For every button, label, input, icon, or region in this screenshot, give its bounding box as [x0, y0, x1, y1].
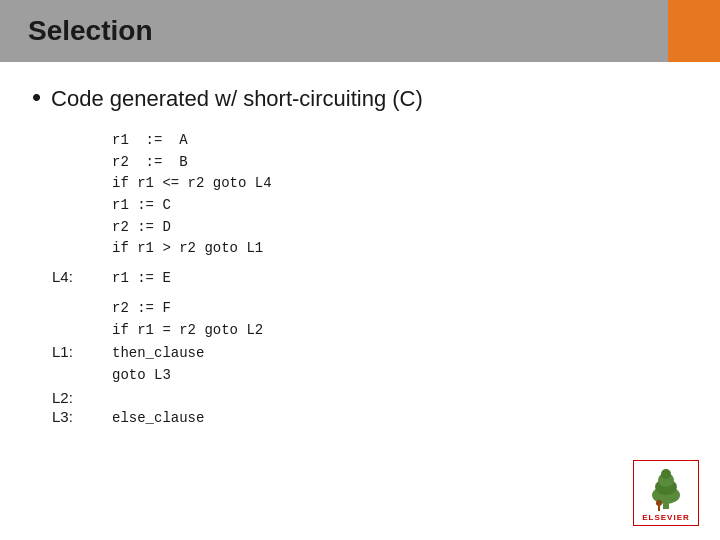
code-1: r1 := Ar2 := Bif r1 <= r2 goto L4r1 := C… — [112, 130, 272, 260]
bullet-dot: • — [32, 84, 41, 110]
code-3: r2 := Fif r1 = r2 goto L2 — [112, 298, 263, 341]
label-L1: L1: — [52, 343, 112, 360]
code-block-6: L3: else_clause — [52, 408, 688, 430]
label-L4: L4: — [52, 268, 112, 285]
code-2: r1 := E — [112, 268, 171, 290]
page-title: Selection — [28, 15, 152, 47]
code-block-2: L4: r1 := E — [52, 268, 688, 290]
code-4: then_clausegoto L3 — [112, 343, 204, 386]
code-6: else_clause — [112, 408, 204, 430]
label-L3: L3: — [52, 408, 112, 425]
code-block-1: r1 := Ar2 := Bif r1 <= r2 goto L4r1 := C… — [52, 130, 688, 260]
elsevier-border: ELSEVIER — [633, 460, 699, 526]
elsevier-tree-icon — [639, 465, 693, 511]
code-block-5: L2: — [52, 389, 688, 406]
code-block-4: L1: then_clausegoto L3 — [52, 343, 688, 386]
label-L2: L2: — [52, 389, 112, 406]
code-section: r1 := Ar2 := Bif r1 <= r2 goto L4r1 := C… — [32, 130, 688, 431]
code-block-3: r2 := Fif r1 = r2 goto L2 — [52, 298, 688, 341]
elsevier-text: ELSEVIER — [642, 513, 690, 522]
heading-text: Code generated w/ short-circuiting (C) — [51, 86, 423, 112]
header-bar: Selection — [0, 0, 720, 62]
main-content: • Code generated w/ short-circuiting (C)… — [0, 62, 720, 431]
svg-point-4 — [661, 469, 671, 479]
header-accent — [668, 0, 720, 62]
bullet-heading: • Code generated w/ short-circuiting (C) — [32, 84, 688, 112]
elsevier-logo: ELSEVIER — [630, 458, 702, 526]
svg-point-5 — [656, 500, 662, 506]
